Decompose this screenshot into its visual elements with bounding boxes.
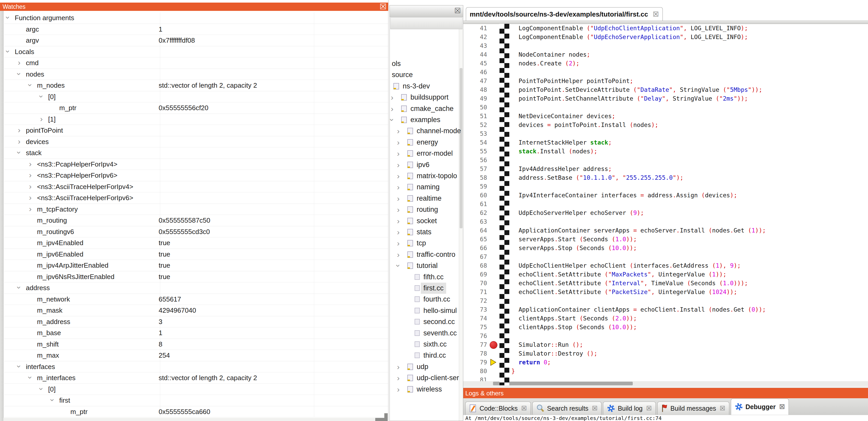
tree-item-cmake-cache[interactable]: ›cmake_cache [390,103,463,114]
watch-row[interactable]: ›[1] [3,114,388,125]
tree-item-first.cc[interactable]: first.cc [390,283,463,294]
tree-item-second.cc[interactable]: second.cc [390,316,463,327]
watch-row[interactable]: ›m_nodesstd::vector of length 2, capacit… [3,80,388,91]
chevron-down-icon[interactable]: › [14,283,24,292]
tree-item-fifth.cc[interactable]: fifth.cc [390,271,463,283]
tree-item-matrix-topolo[interactable]: ›matrix-topolo [390,170,463,182]
chevron-right-icon[interactable]: › [390,103,397,114]
chevron-right-icon[interactable]: › [394,137,403,148]
code-line-79[interactable]: 79 return 0; [463,358,868,367]
tree-item-seventh.cc[interactable]: seventh.cc [390,328,463,339]
log-tab-code--blocks[interactable]: Code::Blocks☒ [465,401,531,415]
chevron-down-icon[interactable]: › [14,362,24,371]
code-line-59[interactable]: 59 [463,182,868,191]
watch-row[interactable]: ›stack [3,148,388,159]
watch-row[interactable]: ›[0] [3,384,388,395]
watch-row[interactable]: m_shift8 [3,339,388,350]
chevron-down-icon[interactable]: › [3,13,13,22]
watch-row[interactable]: ›interfaces [3,361,388,373]
watches-hscroll-trough[interactable] [3,418,376,421]
tree-item-udp[interactable]: ›udp [390,361,463,373]
watches-resize-grip[interactable] [375,418,388,421]
code-line-48[interactable]: 48 pointToPoint.SetDeviceAttribute ("Dat… [463,85,868,94]
chevron-right-icon[interactable]: › [26,170,35,180]
watch-row[interactable]: argc1 [3,24,388,35]
code-line-58[interactable]: 58 address.SetBase ("10.1.1.0", "255.255… [463,173,868,182]
code-line-46[interactable]: 46 [463,68,868,76]
chevron-down-icon[interactable]: › [48,396,58,404]
code-line-78[interactable]: 78 Simulator::Destroy (); [463,349,868,358]
tab-close-icon[interactable]: ☒ [521,405,527,412]
tree-item-naming[interactable]: ›naming [390,182,463,193]
chevron-right-icon[interactable]: › [394,148,403,159]
code-area[interactable]: 41 LogComponentEnable ("UdpEchoClientApp… [463,24,868,381]
code-line-70[interactable]: 70 echoClient.SetAttribute ("Interval", … [463,279,868,288]
chevron-right-icon[interactable]: › [394,384,403,395]
tree-item-socket[interactable]: ›socket [390,216,463,227]
watch-row[interactable]: m_ptr0x55555556cf20 [3,102,388,114]
code-line-61[interactable]: 61 [463,200,868,208]
code-line-76[interactable]: 76 [463,331,868,340]
watch-row[interactable]: ›m_tcpFactory [3,204,388,215]
code-line-44[interactable]: 44 NodeContainer nodes; [463,50,868,59]
watch-row[interactable]: m_ipv6NsRsJitterEnabledtrue [3,271,388,283]
log-tab-search-results[interactable]: Search results☒ [532,401,601,415]
tree-item-hello-simul[interactable]: hello-simul [390,305,463,316]
code-line-62[interactable]: 62 UdpEchoServerHelper echoServer (9); [463,208,868,217]
tab-close-icon[interactable]: ☒ [779,403,785,411]
editor-horizontal-scrollbar[interactable] [463,381,868,386]
chevron-right-icon[interactable]: › [394,204,403,215]
watch-row[interactable]: ›<ns3::PcapHelperForIpv6> [3,170,388,181]
code-line-42[interactable]: 42 LogComponentEnable ("UdpEchoServerApp… [463,33,868,41]
code-line-45[interactable]: 45 nodes.Create (2); [463,59,868,68]
tree-item-third.cc[interactable]: third.cc [390,350,463,361]
tree-item-realtime[interactable]: ›realtime [390,193,463,204]
code-line-57[interactable]: 57 Ipv4AddressHelper address; [463,164,868,173]
tree-item-fourth.cc[interactable]: fourth.cc [390,294,463,305]
watch-row[interactable]: ›[0] [3,91,388,103]
code-line-49[interactable]: 49 pointToPoint.SetChannelAttribute ("De… [463,94,868,103]
chevron-down-icon[interactable]: › [390,116,398,124]
code-line-53[interactable]: 53 [463,129,868,138]
watch-row[interactable]: ›<ns3::AsciiTraceHelperForIpv4> [3,181,388,193]
watch-row[interactable]: ›address [3,282,388,294]
log-tab-build-messages[interactable]: Build messages☒ [657,401,729,415]
watch-row[interactable]: ›cmd [3,57,388,69]
code-line-69[interactable]: 69 echoClient.SetAttribute ("MaxPackets"… [463,270,868,279]
watch-row[interactable]: ›Function arguments [3,12,388,24]
code-line-73[interactable]: 73 ApplicationContainer clientApps = ech… [463,305,868,314]
watch-row[interactable]: ›pointToPoint [3,125,388,136]
tree-item-source[interactable]: source [390,69,463,80]
tree-item-sixth.cc[interactable]: sixth.cc [390,339,463,350]
chevron-right-icon[interactable]: › [26,159,35,169]
code-line-47[interactable]: 47 PointToPointHelper pointToPoint; [463,76,868,85]
chevron-right-icon[interactable]: › [26,181,35,192]
chevron-right-icon[interactable]: › [26,192,35,203]
code-line-51[interactable]: 51 NetDeviceContainer devices; [463,112,868,121]
tree-item-energy[interactable]: ›energy [390,137,463,148]
watches-titlebar[interactable]: Watches ☒ [0,3,388,11]
watch-row[interactable]: m_address3 [3,316,388,328]
watch-row[interactable]: m_ptr0x5555555ca660 [3,406,388,418]
log-tab-debugger[interactable]: Debugger☒ [731,398,789,415]
code-line-56[interactable]: 56 [463,156,868,164]
chevron-right-icon[interactable]: › [26,204,35,214]
tab-close-icon[interactable]: ☒ [592,405,598,412]
tree-item-stats[interactable]: ›stats [390,227,463,238]
chevron-right-icon[interactable]: › [394,249,403,260]
code-line-41[interactable]: 41 LogComponentEnable ("UdpEchoClientApp… [463,24,868,33]
watch-row[interactable]: ›first [3,395,388,406]
breakpoint-gutter[interactable] [499,24,509,385]
chevron-right-icon[interactable]: › [394,182,403,193]
code-line-81[interactable]: 81 [463,376,868,381]
watch-row[interactable]: m_network655617 [3,294,388,305]
code-line-50[interactable]: 50 [463,103,868,112]
watch-row[interactable]: m_mask4294967040 [3,305,388,316]
code-line-43[interactable]: 43 [463,41,868,50]
tab-close-icon[interactable]: ☒ [646,405,652,412]
watch-row[interactable]: m_max254 [3,350,388,361]
watch-row[interactable]: ›nodes [3,69,388,80]
tree-item-udp-client-ser[interactable]: ›udp-client-ser [390,373,463,384]
code-line-71[interactable]: 71 echoClient.SetAttribute ("PacketSize"… [463,288,868,296]
management-close-icon[interactable]: ☒ [454,7,461,14]
